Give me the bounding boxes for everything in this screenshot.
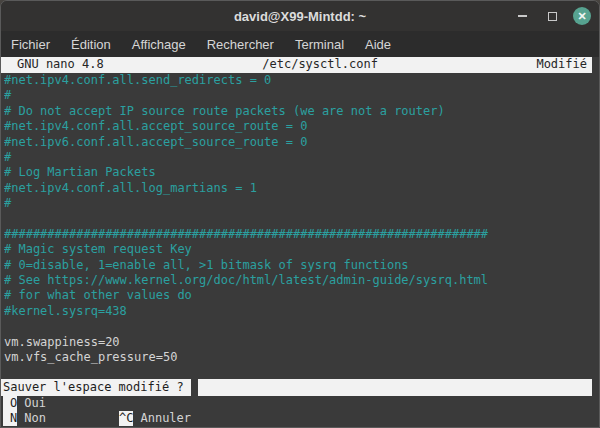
shortcut-cancel: ^C Annuler	[119, 411, 191, 426]
maximize-button[interactable]	[543, 7, 561, 25]
shortcut-yes: O Oui	[3, 396, 46, 411]
close-button[interactable]: ✕	[573, 7, 591, 25]
prompt-gap	[191, 379, 198, 396]
editor-line	[4, 212, 599, 227]
editor-empty-space	[1, 365, 599, 379]
editor-line: #net.ipv4.conf.all.accept_source_route =…	[4, 119, 599, 134]
terminal-screen[interactable]: GNU nano 4.8 /etc/sysctl.conf Modifié #n…	[1, 57, 599, 427]
nano-filename: /etc/sysctl.conf	[104, 57, 537, 72]
editor-line: # 0=disable, 1=enable all, >1 bitmask of…	[4, 258, 599, 273]
shortcut-row-2: N Non ^C Annuler	[1, 411, 599, 426]
save-prompt-label: Sauver l'espace modifié ?	[1, 379, 191, 396]
shortcut-cancel-label: Annuler	[140, 411, 191, 426]
editor-line: # for what other values do	[4, 288, 599, 303]
nano-modified-flag: Modifié	[536, 57, 592, 72]
editor-buffer: #net.ipv4.conf.all.send_redirects = 0 # …	[1, 73, 599, 365]
menu-aide[interactable]: Aide	[365, 37, 391, 52]
editor-line: # Log Martian Packets	[4, 165, 599, 180]
editor-line: #net.ipv4.conf.all.send_redirects = 0	[4, 73, 599, 88]
menu-terminal[interactable]: Terminal	[295, 37, 344, 52]
editor-line: ########################################…	[4, 227, 599, 242]
key-n: N	[3, 411, 17, 426]
editor-line: #	[4, 150, 599, 165]
editor-line: #kernel.sysrq=438	[4, 304, 599, 319]
editor-line: vm.swappiness=20	[4, 335, 599, 350]
window-controls: ✕	[513, 1, 591, 31]
menu-fichier[interactable]: Fichier	[11, 37, 50, 52]
prompt-input-field[interactable]	[198, 379, 592, 396]
nano-titlebar: GNU nano 4.8 /etc/sysctl.conf Modifié	[1, 57, 592, 73]
editor-line: #net.ipv4.conf.all.log_martians = 1	[4, 181, 599, 196]
editor-line: #	[4, 88, 599, 103]
shortcut-yes-label: Oui	[24, 396, 46, 411]
shortcut-no: N Non	[3, 411, 46, 426]
editor-line	[4, 319, 599, 334]
key-o: O	[3, 396, 17, 411]
editor-line: vm.vfs_cache_pressure=50	[4, 350, 599, 365]
menu-affichage[interactable]: Affichage	[132, 37, 186, 52]
window-title: david@X99-Mintdd: ~	[234, 9, 366, 24]
maximize-icon	[548, 12, 557, 21]
minimize-button[interactable]	[513, 7, 531, 25]
editor-line: #net.ipv6.conf.all.accept_source_route =…	[4, 135, 599, 150]
nano-statusbar: Sauver l'espace modifié ?	[1, 379, 599, 396]
editor-line: # Magic system request Key	[4, 242, 599, 257]
minimize-icon	[518, 15, 527, 17]
menu-bar: Fichier Édition Affichage Rechercher Ter…	[1, 31, 599, 57]
editor-line: # Do not accept IP source route packets …	[4, 104, 599, 119]
shortcut-no-label: Non	[24, 411, 46, 426]
editor-line: # See https://www.kernel.org/doc/html/la…	[4, 273, 599, 288]
terminal-window: david@X99-Mintdd: ~ ✕ Fichier Édition Af…	[0, 0, 600, 428]
window-titlebar[interactable]: david@X99-Mintdd: ~ ✕	[1, 1, 599, 31]
close-icon: ✕	[577, 10, 586, 22]
editor-line: #	[4, 196, 599, 211]
nano-version: GNU nano 4.8	[1, 57, 104, 72]
key-ctrl-c: ^C	[119, 411, 133, 426]
shortcut-row-1: O Oui	[1, 396, 599, 411]
menu-edition[interactable]: Édition	[71, 37, 111, 52]
menu-rechercher[interactable]: Rechercher	[207, 37, 274, 52]
